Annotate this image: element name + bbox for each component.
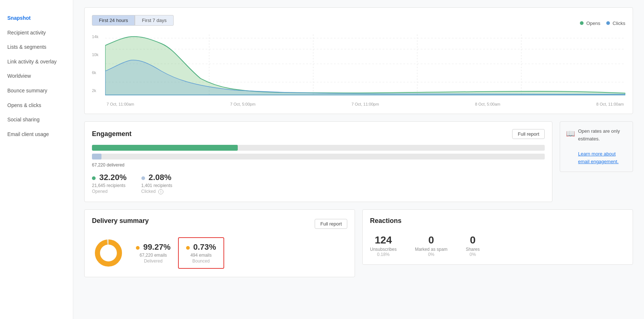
notice-inner: 📖 Open rates are only estimates. Learn m…: [566, 128, 627, 166]
click-pct-row: 2.08%: [141, 173, 173, 182]
open-bar-row: [92, 145, 545, 151]
delivery-title: Delivery summary: [92, 217, 149, 225]
bounced-box: 0.73% 494 emails Bounced: [178, 237, 224, 269]
spam-num: 0: [415, 234, 448, 246]
sidebar-item-social-sharing[interactable]: Social sharing: [0, 113, 73, 127]
reactions-stats: 124 Unsubscribes 0.18% 0 Marked as spam …: [370, 231, 625, 257]
unsubscribes-num: 124: [370, 234, 397, 246]
bounced-label-text: Bounced: [186, 258, 216, 264]
click-label: Clicked i: [141, 189, 173, 194]
bounced-emails: 494 emails: [186, 253, 216, 258]
sidebar-item-bounce-summary[interactable]: Bounce summary: [0, 84, 73, 98]
click-stat-dot: [141, 176, 145, 180]
shares-pct: 0%: [466, 252, 480, 257]
delivered-label: 67,220 delivered: [92, 162, 545, 168]
notice-learn-more-link[interactable]: Learn more about email engagement.: [578, 151, 619, 164]
sidebar-item-recipient-activity[interactable]: Recipient activity: [0, 26, 73, 40]
delivered-stat: 99.27% 67,220 emails Delivered: [136, 242, 171, 264]
reactions-title: Reactions: [370, 217, 625, 225]
chart-tabs: First 24 hours First 7 days: [92, 15, 174, 26]
sidebar: Snapshot Recipient activity Lists & segm…: [0, 0, 73, 319]
delivery-stats: 99.27% 67,220 emails Delivered 0.73% 494: [136, 237, 224, 269]
sidebar-item-lists-segments[interactable]: Lists & segments: [0, 40, 73, 55]
engagement-stats: 32.20% 21,645 recipients Opened 2.08% 1,…: [92, 173, 545, 194]
opens-dot: [580, 21, 584, 25]
unsubscribes-pct: 0.18%: [370, 252, 397, 257]
bounced-pct: 0.73%: [193, 242, 216, 252]
click-bar-track: [92, 154, 545, 160]
engagement-card: Engagement Full report 67,220 delivered: [84, 121, 552, 202]
open-stat-dot: [92, 176, 96, 180]
spam-pct: 0%: [415, 252, 448, 257]
book-icon: 📖: [566, 128, 575, 139]
delivered-dot: [136, 246, 140, 250]
delivery-card: Delivery summary Full report: [84, 209, 355, 277]
delivered-label-text: Delivered: [136, 258, 171, 264]
clicks-dot: [606, 21, 610, 25]
sidebar-item-opens-clicks[interactable]: Opens & clicks: [0, 98, 73, 113]
unsubscribes-label: Unsubscribes: [370, 247, 397, 252]
delivery-inner: 99.27% 67,220 emails Delivered 0.73% 494: [92, 236, 347, 270]
chart-svg: [105, 34, 625, 100]
spam-stat: 0 Marked as spam 0%: [415, 234, 448, 257]
legend-opens: Opens: [580, 21, 600, 26]
open-bar-fill: [92, 145, 238, 151]
notice-text-block: Open rates are only estimates. Learn mor…: [578, 128, 627, 166]
engagement-header: Engagement Full report: [92, 129, 545, 139]
notice-card: 📖 Open rates are only estimates. Learn m…: [560, 121, 633, 172]
sidebar-item-snapshot[interactable]: Snapshot: [0, 11, 73, 26]
bounced-dot: [186, 246, 190, 250]
donut-chart: [92, 236, 125, 270]
unsubscribes-stat: 124 Unsubscribes 0.18%: [370, 234, 397, 257]
click-bar-row: [92, 154, 545, 160]
engagement-title: Engagement: [92, 130, 132, 138]
click-recipients: 1,401 recipients: [141, 183, 173, 188]
spam-label: Marked as spam: [415, 247, 448, 252]
open-recipients: 21,645 recipients: [92, 183, 127, 188]
open-pct: 32.20%: [99, 173, 127, 182]
delivery-full-report-btn[interactable]: Full report: [315, 219, 347, 229]
click-pct: 2.08%: [148, 173, 171, 182]
bottom-row: Delivery summary Full report: [84, 209, 633, 285]
sidebar-item-worldview[interactable]: Worldview: [0, 69, 73, 84]
tab-24hours[interactable]: First 24 hours: [92, 15, 135, 26]
tab-7days[interactable]: First 7 days: [135, 15, 173, 26]
open-stat: 32.20% 21,645 recipients Opened: [92, 173, 127, 194]
chart-legend: Opens Clicks: [580, 21, 625, 26]
chart-x-labels: 7 Oct, 11:00am 7 Oct, 5:00pm 7 Oct, 11:0…: [105, 102, 625, 106]
engagement-row: Engagement Full report 67,220 delivered: [84, 121, 633, 209]
shares-stat: 0 Shares 0%: [466, 234, 480, 257]
donut-svg: [92, 236, 125, 270]
sidebar-item-link-activity[interactable]: Link activity & overlay: [0, 55, 73, 69]
shares-label: Shares: [466, 247, 480, 252]
notice-text: Open rates are only estimates.: [578, 128, 620, 142]
engagement-full-report-btn[interactable]: Full report: [512, 129, 545, 139]
app-layout: Snapshot Recipient activity Lists & segm…: [0, 0, 644, 319]
click-info-icon: i: [158, 189, 163, 194]
main-content: First 24 hours First 7 days Opens Clicks: [73, 0, 644, 319]
delivered-emails: 67,220 emails: [136, 253, 171, 258]
sidebar-item-email-client[interactable]: Email client usage: [0, 127, 73, 142]
chart-card: First 24 hours First 7 days Opens Clicks: [84, 7, 633, 114]
click-stat: 2.08% 1,401 recipients Clicked i: [141, 173, 173, 194]
reactions-card: Reactions 124 Unsubscribes 0.18% 0 Marke…: [362, 209, 633, 265]
open-pct-row: 32.20%: [92, 173, 127, 182]
chart-area: [105, 34, 625, 100]
delivered-pct: 99.27%: [143, 242, 171, 252]
shares-num: 0: [466, 234, 480, 246]
click-bar-fill: [92, 154, 101, 160]
svg-point-10: [97, 242, 119, 264]
chart-y-labels: 14k 10k 6k 2k: [92, 34, 99, 106]
delivery-section-header: Delivery summary Full report: [92, 217, 347, 231]
legend-clicks: Clicks: [606, 21, 625, 26]
open-label: Opened: [92, 189, 127, 194]
open-bar-track: [92, 145, 545, 151]
